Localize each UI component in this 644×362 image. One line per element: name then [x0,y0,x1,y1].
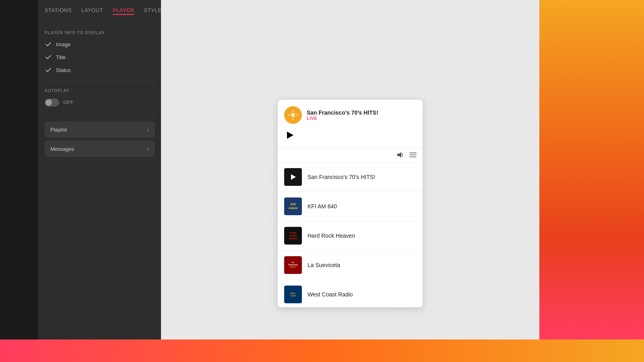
check-status-icon [45,66,52,74]
player-info-label: PLAYER INFO TO DISPLAY [45,31,155,35]
station-thumb-westcoast: West Coast [284,286,302,303]
checkbox-image-label: Image [56,41,70,47]
main-content: San Francisco's 70's HITS! LIVE [161,0,539,339]
station-name-sf70s: San Francisco's 70's HITS! [308,174,375,180]
panel-content: PLAYER INFO TO DISPLAY Image Title [38,23,161,339]
svg-marker-12 [291,174,296,180]
chevron-right-icon-2: › [147,146,149,152]
player-controls-bar [278,148,423,162]
collapsible-playlist-label: Playlist [50,127,67,133]
now-playing-header: San Francisco's 70's HITS! LIVE [284,106,416,124]
autoplay-label: AUTOPLAY [45,88,155,93]
playlist-icon[interactable] [409,151,417,159]
live-badge: LIVE [307,116,378,121]
check-image-icon [45,41,52,48]
autoplay-state-label: OFF [63,100,74,105]
collapsible-playlist[interactable]: Playlist › [45,121,155,138]
toggle-knob [45,99,52,106]
tab-player[interactable]: PLAYER [113,7,134,15]
player-widget: San Francisco's 70's HITS! LIVE [278,100,423,307]
tab-style[interactable]: STYLE [144,7,161,15]
svg-point-3 [293,111,294,112]
station-name-hrh: Hard Rock Heaven [308,232,355,239]
svg-point-4 [293,119,294,120]
svg-point-2 [292,114,294,116]
now-playing-logo [284,106,302,124]
checkbox-status[interactable]: Status [45,66,155,74]
play-button[interactable] [284,130,295,141]
now-playing-info: San Francisco's 70's HITS! LIVE [307,109,378,121]
tab-layout[interactable]: LAYOUT [81,7,103,15]
svg-marker-8 [397,152,401,158]
checkbox-status-label: Status [56,67,71,73]
autoplay-section: AUTOPLAY OFF [45,88,155,107]
right-gradient-sidebar [539,0,644,339]
bottom-bar [0,339,644,362]
collapsible-messages[interactable]: Messages › [45,141,155,157]
station-name-lasueviceta: La Sueviceta [308,262,340,268]
station-thumb-hrh: HARD ROCK HEAVEN [284,227,302,245]
station-thumb-lasueviceta: La Sueviceta 101.1 [284,256,302,274]
station-list: San Francisco's 70's HITS! KFI AM640 KFI… [278,162,423,307]
station-thumb-sf70s [284,168,302,186]
checkbox-image[interactable]: Image [45,41,155,48]
station-item-lasueviceta[interactable]: La Sueviceta 101.1 La Sueviceta [278,251,423,280]
station-item-kfi[interactable]: KFI AM640 KFI AM 640 [278,192,423,221]
station-item-westcoast[interactable]: West Coast West Coast Radio [278,280,423,307]
collapsible-messages-label: Messages [50,146,74,152]
checkbox-title[interactable]: Title [45,53,155,61]
checkbox-title-label: Title [56,54,66,60]
divider-2 [45,114,155,114]
svg-point-6 [297,115,298,116]
volume-icon[interactable] [396,151,404,159]
play-controls [284,130,416,141]
now-playing-section: San Francisco's 70's HITS! LIVE [278,100,423,148]
left-sidebar [0,0,38,339]
divider-1 [45,81,155,81]
nav-tabs: STATIONS LAYOUT PLAYER STYLE [38,0,161,23]
station-item-sf70s[interactable]: San Francisco's 70's HITS! [278,162,423,192]
check-title-icon [45,53,52,61]
svg-marker-7 [287,132,293,139]
now-playing-name: San Francisco's 70's HITS! [307,109,378,116]
settings-panel: STATIONS LAYOUT PLAYER STYLE PLAYER INFO… [38,0,161,339]
station-name-westcoast: West Coast Radio [308,291,353,298]
station-item-hrh[interactable]: HARD ROCK HEAVEN Hard Rock Heaven [278,221,423,251]
station-name-kfi: KFI AM 640 [308,203,337,210]
chevron-right-icon: › [147,126,149,133]
tab-stations[interactable]: STATIONS [45,7,72,15]
autoplay-row: OFF [45,99,155,107]
svg-point-5 [289,115,290,116]
autoplay-toggle[interactable] [45,99,59,107]
station-thumb-kfi: KFI AM640 [284,197,302,215]
